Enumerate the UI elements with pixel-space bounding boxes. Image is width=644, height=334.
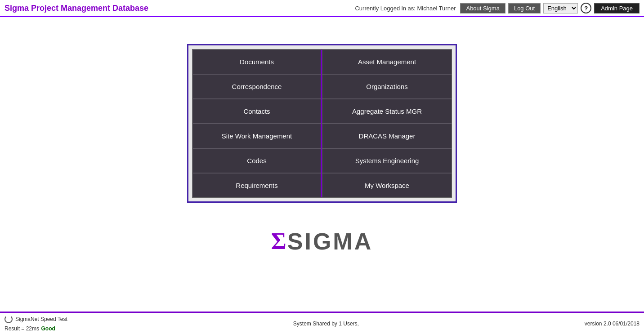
logged-in-label: Currently Logged in as: Michael Turner (355, 5, 456, 12)
speed-result: Result = 22ms (4, 325, 39, 332)
footer: SigmaNet Speed Test Result = 22ms Good S… (0, 312, 644, 334)
nav-cell-my-workspace[interactable]: My Workspace (322, 173, 452, 197)
nav-cell-contacts[interactable]: Contacts (192, 99, 322, 124)
version-date: 06/01/2018 (613, 321, 640, 327)
sigma-text: SIGMA (287, 230, 373, 253)
nav-grid: DocumentsAsset ManagementCorrespondenceO… (192, 49, 452, 198)
help-button[interactable]: ? (581, 3, 591, 13)
app-title: Sigma Project Management Database (4, 4, 148, 13)
nav-cell-organizations[interactable]: Organizations (322, 74, 452, 99)
nav-cell-systems-engineering[interactable]: Systems Engineering (322, 148, 452, 173)
nav-cell-site-work-management[interactable]: Site Work Management (192, 124, 322, 148)
sigma-symbol: Σ (271, 230, 286, 253)
nav-cell-correspondence[interactable]: Correspondence (192, 74, 322, 99)
nav-cell-asset-management[interactable]: Asset Management (322, 49, 452, 74)
main-content: DocumentsAsset ManagementCorrespondenceO… (0, 17, 644, 253)
version-label: version (585, 321, 602, 327)
header-controls: Currently Logged in as: Michael Turner A… (355, 3, 640, 13)
language-select[interactable]: English Spanish French (543, 3, 578, 13)
version-number: 2.0 (604, 321, 611, 327)
speed-test-label: SigmaNet Speed Test (15, 316, 67, 322)
system-info: System Shared by 1 Users, (293, 321, 359, 327)
about-sigma-button[interactable]: About Sigma (460, 3, 505, 13)
logout-button[interactable]: Log Out (508, 3, 541, 13)
nav-container: DocumentsAsset ManagementCorrespondenceO… (187, 44, 457, 203)
speed-result-line: Result = 22ms Good (4, 324, 67, 332)
nav-cell-codes[interactable]: Codes (192, 148, 322, 173)
admin-page-button[interactable]: Admin Page (594, 3, 640, 13)
speed-test-line: SigmaNet Speed Test (4, 315, 67, 323)
footer-left: SigmaNet Speed Test Result = 22ms Good (4, 315, 67, 332)
refresh-icon[interactable] (4, 315, 13, 323)
nav-cell-documents[interactable]: Documents (192, 49, 322, 74)
nav-cell-requirements[interactable]: Requirements (192, 173, 322, 197)
version-info: version 2.0 06/01/2018 (585, 321, 640, 327)
nav-cell-dracas-manager[interactable]: DRACAS Manager (322, 124, 452, 148)
logo-area: Σ SIGMA (271, 230, 373, 253)
sigma-logo: Σ SIGMA (271, 230, 373, 253)
nav-cell-aggregate-status-mgr[interactable]: Aggregate Status MGR (322, 99, 452, 124)
header: Sigma Project Management Database Curren… (0, 0, 644, 17)
speed-good-badge: Good (41, 325, 55, 332)
